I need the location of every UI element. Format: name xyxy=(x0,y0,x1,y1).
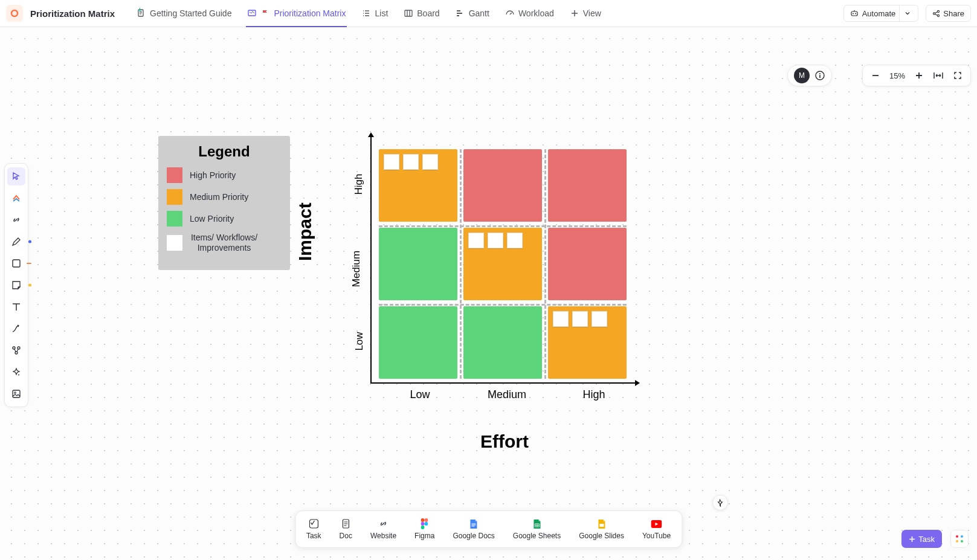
matrix-item[interactable] xyxy=(468,233,484,248)
svg-point-24 xyxy=(421,526,425,529)
cell-low-low[interactable] xyxy=(379,306,457,379)
svg-point-27 xyxy=(956,535,958,538)
legend-label: High Priority xyxy=(190,170,236,180)
gdocs-icon xyxy=(468,518,479,529)
matrix-item[interactable] xyxy=(592,311,607,327)
dock-label: Doc xyxy=(340,532,352,540)
y-label-high: High xyxy=(353,174,365,195)
tab-add-view[interactable]: View xyxy=(563,0,608,27)
avatar[interactable]: M xyxy=(794,68,810,83)
cell-high-medium[interactable] xyxy=(463,149,542,222)
matrix-item[interactable] xyxy=(384,154,399,170)
tool-ai[interactable] xyxy=(7,363,25,381)
svg-rect-14 xyxy=(13,390,20,397)
pin-dock-button[interactable] xyxy=(712,495,728,510)
matrix-item[interactable] xyxy=(553,311,569,327)
dock-gsheets[interactable]: Google Sheets xyxy=(513,518,561,540)
chevron-down-icon[interactable] xyxy=(899,5,915,21)
tab-getting-started[interactable]: Getting Started Guide xyxy=(129,0,239,27)
dock-gdocs[interactable]: Google Docs xyxy=(453,518,494,540)
tool-text[interactable] xyxy=(7,298,25,316)
board-icon xyxy=(404,8,413,18)
svg-rect-25 xyxy=(599,524,604,527)
cell-medium-low[interactable] xyxy=(379,228,457,300)
fit-width-button[interactable] xyxy=(929,66,947,85)
dock-label: Website xyxy=(370,532,396,540)
tool-connector[interactable] xyxy=(7,320,25,338)
share-icon xyxy=(932,10,940,18)
info-icon[interactable] xyxy=(814,70,825,81)
new-task-button[interactable]: Task xyxy=(901,530,942,548)
cell-high-high[interactable] xyxy=(548,149,627,222)
app-logo xyxy=(6,5,23,22)
tab-board[interactable]: Board xyxy=(396,0,447,27)
svg-point-12 xyxy=(18,347,20,349)
plus-icon xyxy=(909,536,915,542)
gantt-icon xyxy=(456,8,465,18)
matrix-item[interactable] xyxy=(507,233,523,248)
gslides-icon xyxy=(596,518,607,529)
tool-shape[interactable] xyxy=(7,254,25,272)
tab-label: View xyxy=(583,8,601,18)
dock-label: Google Docs xyxy=(453,532,494,540)
matrix-grid xyxy=(379,149,627,379)
share-button[interactable]: Share xyxy=(926,5,971,22)
swatch-medium xyxy=(167,189,182,205)
cell-low-high[interactable] xyxy=(548,306,627,379)
x-labels: Low Medium High xyxy=(376,388,637,401)
tool-image[interactable] xyxy=(7,385,25,403)
tab-prioritization-matrix[interactable]: Prioritization Matrix xyxy=(240,0,353,27)
tab-label: Prioritization Matrix xyxy=(274,8,346,18)
x-label-medium: Medium xyxy=(463,388,550,401)
tab-label: Gantt xyxy=(469,8,489,18)
cell-medium-high[interactable] xyxy=(548,228,627,300)
tool-sticky[interactable] xyxy=(7,276,25,294)
dock-doc[interactable]: Doc xyxy=(340,518,352,540)
dock-figma[interactable]: Figma xyxy=(414,518,434,540)
tab-gantt[interactable]: Gantt xyxy=(448,0,497,27)
x-axis-title: Effort xyxy=(372,431,637,452)
cell-medium-medium[interactable] xyxy=(463,228,542,300)
dock-youtube[interactable]: YouTube xyxy=(642,518,671,540)
dock-gslides[interactable]: Google Slides xyxy=(579,518,624,540)
fullscreen-button[interactable] xyxy=(949,66,967,85)
flag-icon xyxy=(260,8,270,18)
tool-clickup[interactable] xyxy=(7,189,25,207)
tool-select[interactable] xyxy=(7,167,25,185)
zoom-in-button[interactable] xyxy=(910,66,928,85)
svg-point-13 xyxy=(15,352,18,354)
gsheets-icon xyxy=(532,518,543,529)
dock-task[interactable]: Task xyxy=(306,518,321,540)
automate-button[interactable]: Automate xyxy=(843,5,919,22)
page-title: Prioritization Matrix xyxy=(30,8,115,19)
svg-point-11 xyxy=(13,347,15,349)
matrix-item[interactable] xyxy=(422,154,438,170)
svg-point-20 xyxy=(421,518,425,522)
tool-link[interactable] xyxy=(7,211,25,229)
apps-button[interactable] xyxy=(950,530,969,548)
zoom-out-button[interactable] xyxy=(866,66,885,85)
cell-high-low[interactable] xyxy=(379,149,457,222)
swatch-low xyxy=(167,211,182,227)
matrix-item[interactable] xyxy=(572,311,588,327)
svg-point-30 xyxy=(961,540,963,542)
tool-pen[interactable] xyxy=(7,233,25,251)
matrix-container[interactable]: Impact High Medium Low xyxy=(335,136,637,452)
zoom-level[interactable]: 15% xyxy=(886,71,909,80)
dock-label: Task xyxy=(306,532,321,540)
x-label-low: Low xyxy=(376,388,463,401)
tab-workload[interactable]: Workload xyxy=(498,0,561,27)
whiteboard-canvas[interactable]: M 15% Legend High Priority Medium Priori… xyxy=(0,27,977,560)
svg-point-22 xyxy=(421,522,425,526)
svg-point-28 xyxy=(961,535,963,538)
y-axis-line xyxy=(370,136,372,384)
tab-list[interactable]: List xyxy=(354,0,395,27)
legend-card[interactable]: Legend High Priority Medium Priority Low… xyxy=(158,136,290,270)
y-axis-title: Impact xyxy=(295,202,315,261)
dock-website[interactable]: Website xyxy=(370,518,396,540)
plus-icon xyxy=(570,8,579,18)
cell-low-medium[interactable] xyxy=(463,306,542,379)
tool-diagram[interactable] xyxy=(7,341,25,359)
matrix-item[interactable] xyxy=(403,154,419,170)
matrix-item[interactable] xyxy=(488,233,503,248)
